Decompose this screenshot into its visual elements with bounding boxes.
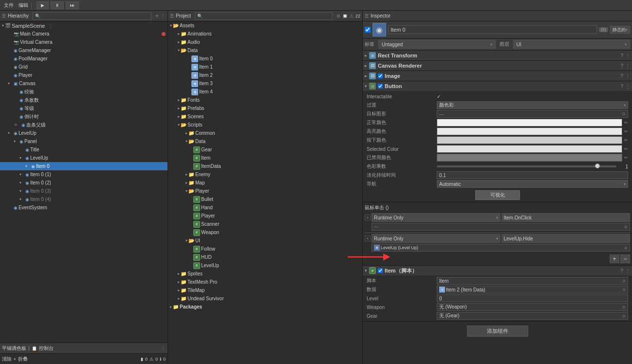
menu-file[interactable]: 文件 [2,2,16,9]
dc-eyedropper[interactable]: ✏ [624,155,628,160]
project-item-item-cs[interactable]: # Item [168,154,362,162]
add-component-button[interactable]: 添加组件 [467,326,528,337]
nc-eyedropper[interactable]: ✏ [624,120,628,125]
project-item-scripts-data[interactable]: ▾ 📂 Data [168,137,362,146]
scene-more[interactable]: ⋮ [48,23,53,28]
project-item-map[interactable]: ▸ 📁 Map [168,179,362,187]
project-item-bullet[interactable]: # Bullet [168,195,362,203]
project-item-follow[interactable]: # Follow [168,245,362,253]
project-item-hand[interactable]: # Hand [168,203,362,212]
event-type-dropdown-1[interactable]: Runtime Only ▾ [372,213,501,222]
project-item-fonts[interactable]: ▸ 📁 Fonts [168,96,362,104]
canvas-renderer-header[interactable]: ▸ 🖼 Canvas Renderer ? ⋮ [363,61,632,71]
hierarchy-item-main-camera[interactable]: 📷 Main Camera [0,30,167,38]
project-item-data[interactable]: ▾ 📂 Data [168,46,362,55]
hierarchy-item-kills[interactable]: ◉ 杀敌数 [0,96,167,104]
hierarchy-item-levelup-child[interactable]: ▾ ◉ LevelUp [0,154,167,162]
pause-button[interactable]: ⏸ [51,1,64,9]
project-item-undead[interactable]: ▸ 📁 Undead Survivor [168,294,362,303]
scene-root[interactable]: ▾ 🎬 SampleScene ⋮ [0,21,167,30]
bottom-more[interactable]: ⋮ [161,346,166,351]
project-item-player-cs[interactable]: # Player [168,212,362,220]
hierarchy-item-item0-4[interactable]: ▾ ◉ Item 0 (4) [0,195,167,203]
project-item-enemy[interactable]: ▸ 📁 Enemy [168,170,362,179]
hierarchy-item-item0-2[interactable]: ▾ ◉ Item 0 (2) [0,179,167,187]
project-icon2[interactable]: 🔲 [342,14,348,18]
tg-value[interactable]: — ⊙ [437,110,628,118]
project-item-item4[interactable]: ◈ Item 4 [168,88,362,96]
project-item-animations[interactable]: ▸ 📁 Animations [168,30,362,38]
pressed-color-swatch[interactable] [437,136,622,144]
hierarchy-item-canvas[interactable]: ▾ ▣ Canvas [0,79,167,88]
project-item-assets[interactable]: ▾ 📂 Assets [168,21,362,30]
hierarchy-search[interactable]: 🔍 [33,12,151,20]
event-type-dropdown-2[interactable]: Runtime Only ▾ [372,234,501,243]
cr-help[interactable]: ? [620,63,623,69]
project-item-levelup-cs[interactable]: # LevelUp [168,261,362,270]
hierarchy-item-item0[interactable]: ▾ ◉ Item 0 [0,162,167,170]
project-item-itemdata[interactable]: # ItemData [168,162,362,170]
visualize-button[interactable]: 可视化 [475,190,520,200]
project-item-textmeshpro[interactable]: ▸ 📁 TextMesh Pro [168,278,362,286]
is-help[interactable]: ? [620,268,623,273]
inspector-menu-icon[interactable]: ☰ [365,14,369,18]
normal-color-swatch[interactable] [437,119,622,127]
hierarchy-item-timer[interactable]: ◉ 倒计时 [0,112,167,121]
project-item-item3[interactable]: ◈ Item 3 [168,79,362,88]
project-item-packages[interactable]: ▸ 📁 Packages [168,303,362,311]
script-ref[interactable]: Item ⊙ [437,277,628,285]
clear-button[interactable]: 清除 [2,356,12,363]
project-item-item1[interactable]: ◈ Item 1 [168,63,362,71]
btn-more[interactable]: ⋮ [625,84,630,89]
project-item-weapon[interactable]: # Weapon [168,228,362,237]
object-name-input[interactable] [388,25,597,34]
btn-help[interactable]: ? [620,84,623,89]
button-header[interactable]: ▾ ⊙ Button ? ⋮ [363,81,632,91]
project-item-item0[interactable]: ◈ Item 0 [168,55,362,63]
layer-dropdown[interactable]: UI ▾ [513,40,631,49]
hierarchy-item-player[interactable]: ◉ Player [0,71,167,79]
tag-dropdown[interactable]: Untagged ▾ [378,40,496,49]
hierarchy-item-panel[interactable]: ▾ ◉ Panel [0,137,167,146]
hierarchy-item-title[interactable]: ◉ Title [0,146,167,154]
event-func-2[interactable]: LevelUp.Hide [502,234,631,243]
hierarchy-item-level[interactable]: ◉ 等级 [0,104,167,112]
hierarchy-more-icon[interactable]: ⋮ [161,13,166,18]
pc-eyedropper[interactable]: ✏ [624,138,628,143]
project-item-scanner[interactable]: # Scanner [168,220,362,228]
image-header[interactable]: ▸ 🖼 Image ? ⋮ [363,71,632,81]
add-event-button[interactable]: + [610,255,619,263]
project-icon1[interactable]: ⚙ [336,14,340,18]
project-item-gear[interactable]: # Gear [168,146,362,154]
hierarchy-item-item0-3[interactable]: ▾ ◉ Item 0 (3) [0,187,167,195]
level-input[interactable] [437,294,628,302]
fade-duration-input[interactable] [437,171,628,179]
item-script-enabled-checkbox[interactable] [378,268,383,273]
data-ref[interactable]: ◈ Item 2 (Item Data) ⊙ [437,286,628,293]
project-item-tilemap[interactable]: ▸ 📁 TileMap [168,286,362,294]
img-help[interactable]: ? [620,73,623,79]
play-button[interactable]: ▶ [37,1,49,9]
hierarchy-add-icon[interactable]: + [155,13,159,19]
is-more[interactable]: ⋮ [625,268,630,273]
hierarchy-item-virtual-camera[interactable]: 📷 Virtual Camera [0,38,167,46]
project-item-prefabs[interactable]: ▸ 📁 Prefabs [168,104,362,112]
selected-color-swatch[interactable] [437,145,622,153]
tile-palette-tab[interactable]: 平铺调色板 [2,345,26,352]
hierarchy-item-exp[interactable]: ◉ 经验 [0,88,167,96]
weapon-ref[interactable]: 无 (Weapon) ⊙ [437,303,628,311]
menu-edit[interactable]: 编辑 [17,2,30,9]
project-item-sprites[interactable]: ▸ 📁 Sprites [168,270,362,278]
disabled-color-swatch[interactable] [437,154,622,162]
event-func-1[interactable]: Item.OnClick [502,213,631,222]
project-item-player-folder[interactable]: ▾ 📂 Player [168,187,362,195]
hierarchy-item-item0-1[interactable]: ▾ ◉ Item 0 (1) [0,170,167,179]
image-enabled-checkbox[interactable] [378,73,383,78]
hierarchy-item-poolmanager[interactable]: ◉ PoolManager [0,55,167,63]
hierarchy-item-grid[interactable]: ◉ Grid [0,63,167,71]
console-tab[interactable]: 控制台 [39,345,54,352]
hierarchy-search-input[interactable] [41,14,149,18]
img-more[interactable]: ⋮ [625,73,630,79]
project-item-item2[interactable]: ◈ Item 2 [168,71,362,79]
rect-transform-header[interactable]: ▸ ⊞ Rect Transform ? ⋮ [363,51,632,60]
